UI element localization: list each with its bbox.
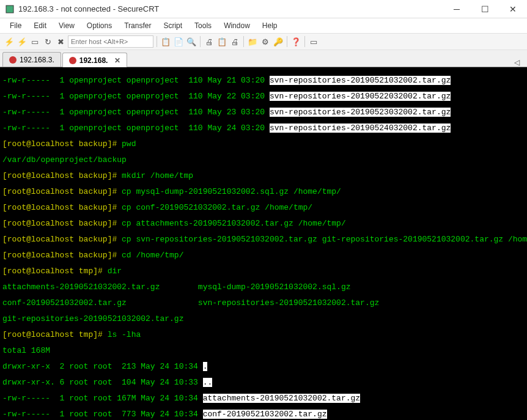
- log-icon[interactable]: 📋: [216, 36, 227, 47]
- menu-view[interactable]: View: [54, 20, 79, 31]
- command: cp svn-repositories-20190521032002.tar.g…: [117, 235, 527, 244]
- filename: svn-repositories-20190521032002.tar.gz: [127, 298, 379, 308]
- menu-options[interactable]: Options: [82, 20, 117, 31]
- disconnected-icon: [69, 57, 76, 64]
- menu-transfer[interactable]: Transfer: [119, 20, 156, 31]
- window-title: 192.168.3 - not connected - SecureCRT: [18, 4, 443, 13]
- copy-icon[interactable]: 📋: [160, 36, 171, 47]
- terminal[interactable]: -rw-r----- 1 openproject openproject 110…: [0, 67, 527, 420]
- prompt: [root@localhost backup]#: [2, 251, 117, 260]
- filename: git-repositories-20190521032002.tar.gz: [2, 314, 183, 323]
- menu-window[interactable]: Window: [219, 20, 255, 31]
- disconnect-icon[interactable]: ✖: [55, 36, 66, 47]
- command: ls -lha: [103, 330, 141, 339]
- app-icon: [5, 4, 15, 14]
- tab-label: 192.168.3.: [20, 56, 54, 64]
- prompt: [root@localhost backup]#: [2, 219, 117, 228]
- separator: [243, 36, 244, 47]
- command: cp attachments-20190521032002.tar.gz /ho…: [117, 219, 345, 228]
- command: cp conf-20190521032002.tar.gz /home/tmp/: [117, 203, 312, 212]
- find-icon[interactable]: 🔍: [186, 36, 197, 47]
- menubar: File Edit View Options Transfer Script T…: [0, 18, 527, 33]
- command: mkdir /home/tmp: [117, 171, 193, 180]
- separator: [200, 36, 201, 47]
- filename: attachments-20190521032002.tar.gz: [2, 282, 160, 292]
- toolbar: ⚡ ⚡ ▭ ↻ ✖ 📋 📄 🔍 🖨 📋 🖨 📁 ⚙ 🔑 ❓ ▭: [0, 33, 527, 50]
- ls-line: -rw-r----- 1 openproject openproject 110…: [2, 92, 270, 101]
- ls-line: -rw-r----- 1 root root 773 May 24 10:34: [2, 410, 203, 419]
- command: dir: [103, 267, 122, 276]
- separator: [304, 36, 305, 47]
- filename: conf-20190521032002.tar.gz: [203, 410, 327, 419]
- svg-rect-0: [6, 6, 13, 13]
- filename: .: [203, 362, 208, 371]
- ls-line: drwxr-xr-x 2 root root 213 May 24 10:34: [2, 362, 203, 371]
- separator: [157, 36, 157, 47]
- command: pwd: [117, 139, 136, 149]
- key-icon[interactable]: 🔑: [273, 36, 284, 47]
- ls-line: -rw-r----- 1 openproject openproject 110…: [2, 123, 270, 133]
- prompt: [root@localhost backup]#: [2, 203, 117, 212]
- print2-icon[interactable]: 🖨: [229, 36, 240, 47]
- prompt: [root@localhost tmp]#: [2, 267, 103, 276]
- ls-line: -rw-r----- 1 root root 167M May 24 10:34: [2, 394, 203, 403]
- close-button[interactable]: ✕: [499, 0, 527, 18]
- command: cp mysql-dump-20190521032002.sql.gz /hom…: [117, 187, 341, 196]
- window-titlebar: 192.168.3 - not connected - SecureCRT ─ …: [0, 0, 527, 18]
- menu-file[interactable]: File: [5, 20, 26, 31]
- ls-line: drwxr-xr-x. 6 root root 104 May 24 10:33: [2, 378, 203, 387]
- session-icon[interactable]: ▭: [29, 36, 40, 47]
- separator: [287, 36, 287, 47]
- close-tab-icon[interactable]: ✕: [114, 56, 120, 65]
- tab-1[interactable]: 192.168.3.: [2, 52, 61, 67]
- prompt: [root@localhost backup]#: [2, 235, 117, 244]
- tab-label: 192.168.: [79, 56, 108, 65]
- tabbar: 192.168.3. 192.168. ✕ ◁: [0, 50, 527, 67]
- filename: svn-repositories-20190524032002.tar.gz: [270, 123, 451, 133]
- filename: attachments-20190521032002.tar.gz: [203, 394, 360, 403]
- quick-connect-icon[interactable]: ⚡: [17, 36, 28, 47]
- prompt: [root@localhost tmp]#: [2, 330, 103, 339]
- filename: ..: [203, 378, 213, 387]
- menu-script[interactable]: Script: [158, 20, 187, 31]
- tab-scroll-left-icon[interactable]: ◁: [509, 58, 525, 67]
- menu-tools[interactable]: Tools: [190, 20, 216, 31]
- filename: conf-20190521032002.tar.gz: [2, 298, 127, 308]
- print-icon[interactable]: 🖨: [204, 36, 215, 47]
- settings-icon[interactable]: ⚙: [260, 36, 271, 47]
- ls-line: -rw-r----- 1 openproject openproject 110…: [2, 108, 270, 117]
- output: /var/db/openproject/backup: [2, 155, 127, 164]
- terminal-icon[interactable]: ▭: [308, 36, 319, 47]
- prompt: [root@localhost backup]#: [2, 139, 117, 149]
- filename: svn-repositories-20190521032002.tar.gz: [270, 76, 451, 85]
- disconnected-icon: [9, 56, 17, 64]
- menu-help[interactable]: Help: [257, 20, 282, 31]
- reconnect-icon[interactable]: ↻: [42, 36, 53, 47]
- host-input[interactable]: [68, 35, 153, 48]
- filename: svn-repositories-20190522032002.tar.gz: [270, 92, 451, 101]
- folder-icon[interactable]: 📁: [247, 36, 258, 47]
- filename: mysql-dump-20190521032002.sql.gz: [160, 282, 350, 292]
- connect-icon[interactable]: ⚡: [4, 36, 15, 47]
- maximize-button[interactable]: ☐: [471, 0, 499, 18]
- tab-2[interactable]: 192.168. ✕: [62, 53, 128, 67]
- prompt: [root@localhost backup]#: [2, 171, 117, 180]
- command: cd /home/tmp/: [117, 251, 183, 260]
- output: total 168M: [2, 346, 50, 355]
- paste-icon[interactable]: 📄: [173, 36, 184, 47]
- prompt: [root@localhost backup]#: [2, 187, 117, 196]
- filename: svn-repositories-20190523032002.tar.gz: [270, 108, 451, 117]
- minimize-button[interactable]: ─: [443, 0, 471, 18]
- menu-edit[interactable]: Edit: [29, 20, 51, 31]
- help-icon[interactable]: ❓: [290, 36, 301, 47]
- ls-line: -rw-r----- 1 openproject openproject 110…: [2, 76, 270, 85]
